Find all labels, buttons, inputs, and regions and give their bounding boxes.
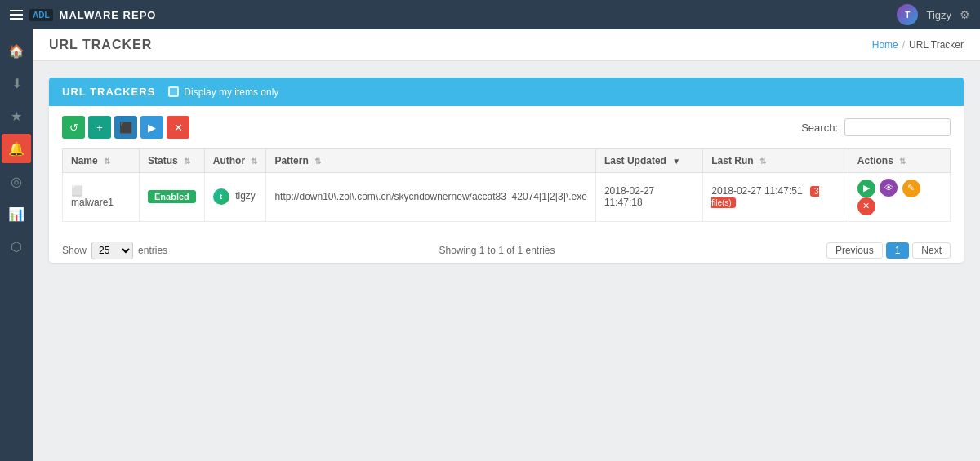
delete-button[interactable]: ✕: [167, 116, 189, 139]
display-my-items-label: Display my items only: [184, 86, 278, 98]
export-button[interactable]: ⬛: [114, 116, 137, 139]
sidebar-item-home[interactable]: 🏠: [2, 36, 31, 65]
col-name[interactable]: Name ⇅: [63, 149, 140, 173]
cell-status: Enabled: [139, 173, 204, 222]
top-navbar: ADL MALWARE REPO T Tigzy ⚙: [0, 0, 980, 29]
cell-author: t tigzy: [204, 173, 266, 222]
col-author[interactable]: Author ⇅: [204, 149, 266, 173]
pagination-area: Show 25 10 50 100 entries Showing 1 to 1…: [49, 232, 964, 263]
breadcrumb-current: URL Tracker: [909, 39, 964, 51]
card-header-title: URL TRACKERS: [62, 86, 155, 98]
row-expand-icon[interactable]: ⬜: [71, 185, 83, 197]
search-input[interactable]: [844, 118, 951, 136]
navbar-left: ADL MALWARE REPO: [10, 9, 156, 21]
avatar: T: [897, 4, 918, 25]
url-trackers-table: Name ⇅ Status ⇅ Author ⇅ Pattern ⇅ Last …: [62, 148, 951, 222]
breadcrumb: Home / URL Tracker: [872, 39, 964, 51]
sidebar-item-star[interactable]: ★: [2, 101, 31, 131]
sidebar: 🏠 ⬇ ★ 🔔 ◎ 📊 ⬡: [0, 29, 33, 461]
action-view-button[interactable]: 👁: [880, 179, 898, 197]
action-play-button[interactable]: ▶: [858, 180, 875, 197]
sidebar-item-download[interactable]: ⬇: [2, 69, 31, 98]
app-body: 🏠 ⬇ ★ 🔔 ◎ 📊 ⬡ URL TRACKER Home / URL Tra…: [0, 29, 980, 461]
action-edit-button[interactable]: ✎: [902, 180, 920, 197]
search-label: Search:: [801, 122, 838, 134]
toolbar: ↺ + ⬛ ▶ ✕ Search:: [62, 116, 951, 139]
page-title: URL TRACKER: [49, 38, 152, 52]
table-header-row: Name ⇅ Status ⇅ Author ⇅ Pattern ⇅ Last …: [63, 149, 951, 173]
show-label: Show: [62, 245, 87, 256]
display-my-items-checkbox[interactable]: [168, 86, 179, 97]
sidebar-item-circle[interactable]: ◎: [2, 166, 31, 196]
content-area: URL TRACKERS Display my items only ↺ + ⬛: [33, 61, 980, 461]
pagination-controls: Previous 1 Next: [826, 242, 951, 259]
sidebar-item-github[interactable]: ⬡: [2, 232, 31, 261]
author-name: tigzy: [235, 190, 256, 202]
cell-pattern: http://down10\.zol\.com\.cn/skycndownern…: [266, 173, 595, 222]
action-delete-button[interactable]: ✕: [858, 197, 875, 215]
col-status[interactable]: Status ⇅: [139, 149, 204, 173]
adl-logo: ADL: [29, 9, 53, 21]
sidebar-item-bell[interactable]: 🔔: [2, 134, 31, 163]
col-last-updated[interactable]: Last Updated ▼: [595, 149, 702, 173]
brand-title: MALWARE REPO: [60, 9, 157, 21]
page-header: URL TRACKER Home / URL Tracker: [33, 29, 980, 61]
toolbar-right: Search:: [801, 118, 951, 136]
toolbar-left: ↺ + ⬛ ▶ ✕: [62, 116, 189, 139]
navbar-right: T Tigzy ⚙: [897, 4, 970, 25]
entries-label: entries: [138, 245, 167, 256]
refresh-button[interactable]: ↺: [62, 116, 85, 139]
run-button[interactable]: ▶: [140, 116, 163, 139]
next-button[interactable]: Next: [912, 242, 951, 259]
hamburger-menu-icon[interactable]: [10, 10, 23, 20]
breadcrumb-home[interactable]: Home: [872, 39, 898, 51]
cell-last-run: 2018-02-27 11:47:51 3 file(s): [703, 173, 849, 222]
card-header: URL TRACKERS Display my items only: [49, 78, 964, 106]
file-count-badge: 3 file(s): [711, 186, 818, 208]
breadcrumb-separator: /: [902, 39, 905, 51]
show-entries: Show 25 10 50 100 entries: [62, 242, 167, 259]
author-avatar: t: [213, 188, 229, 205]
cell-name: ⬜ malware1: [63, 173, 140, 222]
user-name[interactable]: Tigzy: [926, 9, 951, 21]
sidebar-item-chart[interactable]: 📊: [2, 199, 31, 228]
add-button[interactable]: +: [88, 116, 111, 139]
url-trackers-card: URL TRACKERS Display my items only ↺ + ⬛: [49, 78, 964, 263]
col-actions[interactable]: Actions ⇅: [849, 149, 950, 173]
cell-last-updated: 2018-02-27 11:47:18: [595, 173, 702, 222]
card-body: ↺ + ⬛ ▶ ✕ Search:: [49, 106, 964, 232]
showing-text: Showing 1 to 1 of 1 entries: [439, 245, 555, 256]
col-pattern[interactable]: Pattern ⇅: [266, 149, 595, 173]
page-1-button[interactable]: 1: [886, 242, 910, 259]
col-last-run[interactable]: Last Run ⇅: [703, 149, 849, 173]
entries-select[interactable]: 25 10 50 100: [91, 242, 133, 259]
main-content: URL TRACKER Home / URL Tracker URL TRACK…: [33, 29, 980, 461]
display-my-items-toggle[interactable]: Display my items only: [168, 86, 278, 98]
table-row: ⬜ malware1 Enabled t tigzy http://down10…: [63, 173, 951, 222]
previous-button[interactable]: Previous: [826, 242, 883, 259]
status-badge: Enabled: [148, 190, 196, 203]
gear-icon[interactable]: ⚙: [960, 8, 970, 21]
cell-actions: ▶ 👁 ✎ ✕: [849, 173, 950, 222]
